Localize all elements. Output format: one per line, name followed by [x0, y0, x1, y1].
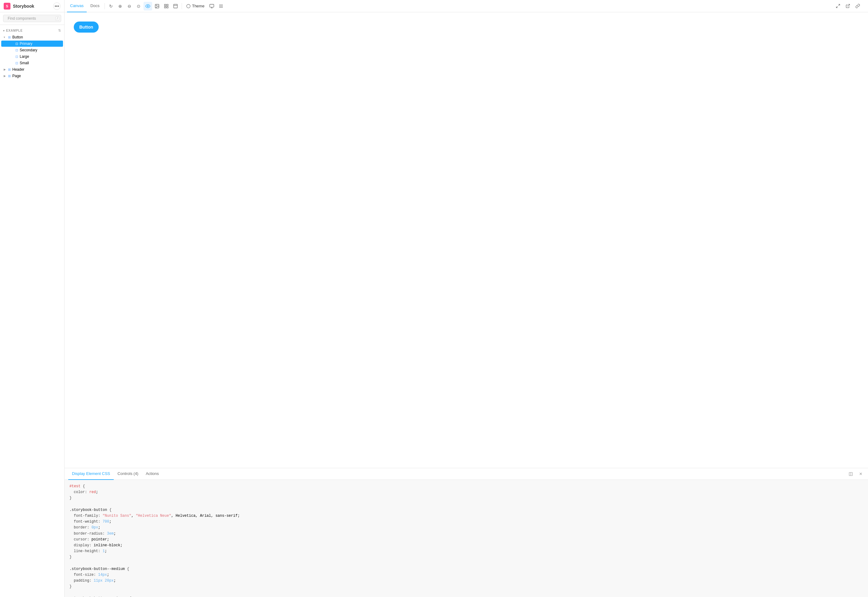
css-line-9: cursor: pointer; [70, 537, 863, 543]
panel-actions: ✕ [847, 470, 864, 478]
brand: S Storybook ••• [0, 0, 65, 12]
sidebar-item-label: Primary [20, 42, 32, 46]
zoom-in-icon[interactable]: ⊕ [116, 2, 125, 10]
component-icon: ⊞ [8, 68, 11, 71]
component-icon: ⊞ [8, 36, 11, 39]
svg-point-2 [156, 5, 156, 6]
component-tree: ▾ EXAMPLE ⇅ ▾ ⊞ Button ⊡ Primary ⊡ Secon… [0, 25, 64, 82]
image-icon[interactable] [153, 2, 161, 10]
sidebar-item-large[interactable]: ⊡ Large [1, 53, 63, 59]
css-line-3: } [70, 495, 863, 501]
css-line-7: border: 0px; [70, 525, 863, 530]
css-line-5: font-family: "Nunito Sans", "Helvetica N… [70, 513, 863, 519]
sidebar-item-primary[interactable]: ⊡ Primary [1, 40, 63, 47]
svg-rect-6 [165, 6, 166, 8]
section-sort-icon: ⇅ [58, 28, 61, 33]
svg-line-17 [836, 6, 837, 8]
chevron-right-icon: ▶ [4, 74, 8, 77]
toolbar-separator [104, 3, 105, 9]
tab-display-css[interactable]: Display Element CSS [68, 468, 114, 480]
css-line-17: .storybook-button--primary { [70, 596, 863, 597]
refresh-icon[interactable]: ↻ [107, 2, 115, 10]
toolbar-right [834, 2, 865, 10]
css-line-2: color: red; [70, 489, 863, 495]
panel-split-icon[interactable] [847, 470, 855, 478]
css-panel: #test { color: red; } .storybook-button … [65, 480, 868, 597]
svg-rect-5 [166, 6, 168, 8]
panel-close-icon[interactable]: ✕ [857, 470, 864, 478]
eye-icon[interactable] [144, 2, 152, 10]
section-chevron-icon: ▾ [3, 29, 5, 32]
brand-name: Storybook [13, 4, 34, 9]
css-line-11: line-height: 1; [70, 548, 863, 554]
component-icon: ⊞ [8, 74, 11, 78]
zoom-out-icon[interactable]: ⊖ [125, 2, 134, 10]
sidebar-item-small[interactable]: ⊡ Small [1, 60, 63, 66]
zoom-reset-icon[interactable]: ⊙ [134, 2, 143, 10]
section-label: EXAMPLE [6, 29, 23, 32]
search-input[interactable] [8, 16, 54, 21]
fullscreen-icon[interactable] [834, 2, 842, 10]
chevron-right-icon: ▶ [4, 68, 8, 71]
css-line-14: font-size: 14px; [70, 572, 863, 578]
story-icon: ⊡ [15, 42, 18, 46]
svg-point-9 [187, 4, 190, 8]
brand-menu-button[interactable]: ••• [53, 3, 61, 10]
sidebar-item-page[interactable]: ▶ ⊞ Page [1, 73, 63, 79]
svg-rect-10 [210, 4, 214, 7]
css-line-10: display: inline-block; [70, 543, 863, 548]
chevron-down-icon: ▾ [4, 36, 8, 39]
new-tab-icon[interactable] [843, 2, 852, 10]
section-header-example: ▾ EXAMPLE ⇅ [0, 27, 64, 34]
tab-actions[interactable]: Actions [142, 468, 163, 480]
canvas-area: Button Display Element CSS Controls (4) … [65, 12, 868, 597]
sidebar-item-button[interactable]: ▾ ⊞ Button [1, 34, 63, 40]
story-icon: ⊡ [15, 48, 18, 52]
css-line-8: border-radius: 3em; [70, 531, 863, 537]
sidebar-item-label: Button [12, 35, 23, 39]
css-line-blank [70, 501, 863, 507]
canvas-toolbar: Canvas Docs ↻ ⊕ ⊖ ⊙ Theme [65, 0, 868, 12]
css-line-4: .storybook-button { [70, 507, 863, 513]
sidebar-item-label: Header [12, 67, 24, 71]
tab-docs[interactable]: Docs [87, 0, 103, 12]
css-line-13: .storybook-button--medium { [70, 566, 863, 572]
sidebar-item-header[interactable]: ▶ ⊞ Header [1, 67, 63, 73]
svg-point-0 [147, 6, 148, 7]
sidebar-item-label: Secondary [20, 48, 37, 52]
css-line-blank2 [70, 560, 863, 566]
sidebar-item-label: Small [20, 61, 29, 65]
theme-label: Theme [192, 4, 205, 8]
css-line-1: #test { [70, 484, 863, 489]
bottom-panel: Display Element CSS Controls (4) Actions… [65, 468, 868, 597]
grid2-icon[interactable] [217, 2, 225, 10]
theme-button[interactable]: Theme [184, 3, 207, 9]
svg-rect-3 [165, 4, 166, 6]
css-line-12: } [70, 554, 863, 560]
css-line-6: font-weight: 700; [70, 519, 863, 525]
css-line-16: } [70, 584, 863, 590]
addon-icon[interactable] [208, 2, 216, 10]
brand-logo: S [4, 3, 10, 9]
preview-button[interactable]: Button [74, 22, 99, 33]
tab-canvas[interactable]: Canvas [67, 0, 87, 12]
search-bar: / [0, 12, 64, 25]
toolbar-separator-2 [182, 3, 182, 9]
story-icon: ⊡ [15, 55, 18, 59]
svg-rect-7 [174, 4, 177, 8]
tab-controls[interactable]: Controls (4) [114, 468, 142, 480]
sidebar-item-secondary[interactable]: ⊡ Secondary [1, 47, 63, 53]
link-icon[interactable] [853, 2, 862, 10]
sidebar: / ▾ EXAMPLE ⇅ ▾ ⊞ Button ⊡ Primary ⊡ [0, 12, 65, 597]
canvas-preview: Button [65, 12, 868, 468]
search-slash: / [56, 16, 59, 21]
search-wrap: / [3, 15, 61, 22]
main-layout: / ▾ EXAMPLE ⇅ ▾ ⊞ Button ⊡ Primary ⊡ [0, 12, 868, 597]
grid-icon[interactable] [162, 2, 171, 10]
svg-line-16 [838, 4, 840, 6]
css-line-15: padding: 11px 20px; [70, 578, 863, 584]
sidebar-item-label: Large [20, 54, 29, 59]
story-icon: ⊡ [15, 61, 18, 65]
panel-icon[interactable] [171, 2, 180, 10]
svg-rect-4 [166, 4, 168, 6]
